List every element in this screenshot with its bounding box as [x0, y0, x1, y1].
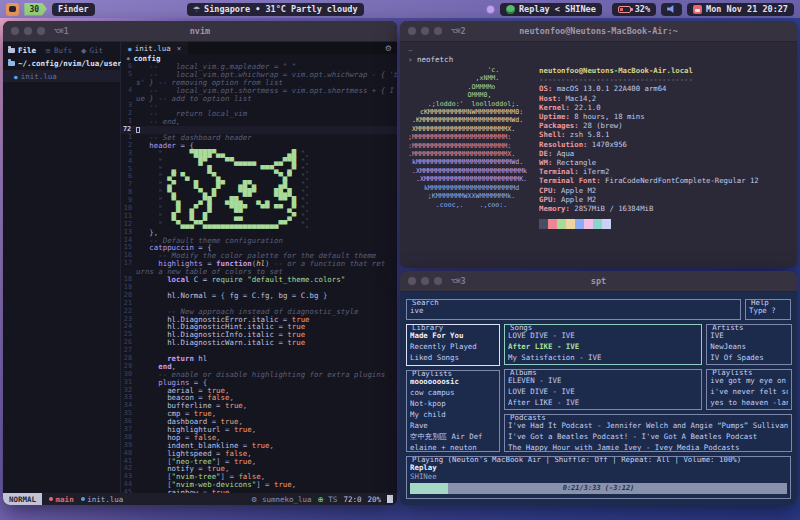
code-line: ue } -- add to option list	[121, 95, 397, 103]
library-box[interactable]: LibraryMade For YouRecently PlayedLiked …	[406, 324, 500, 366]
fold-label: config	[134, 54, 161, 63]
pin-icon[interactable]	[486, 5, 495, 14]
editor-pane[interactable]: ●init.lua× ⚙ ∗config 6 -- local_vim.g.ma…	[121, 42, 397, 493]
list-item[interactable]: i've never felt so alone	[710, 387, 788, 396]
cursor-position: 72:0	[343, 495, 361, 504]
list-item[interactable]: Eve	[710, 364, 788, 365]
search-input[interactable]: ive	[410, 303, 737, 315]
playlists-right-box[interactable]: Playlistsive got my eye on you!!i've nev…	[706, 369, 792, 410]
list-item[interactable]: ELEVEN - IVE	[508, 376, 698, 385]
menubar: 30 Finder ☂Singapore • 31°C Partly cloud…	[0, 0, 800, 18]
palette-swatch	[602, 219, 611, 229]
neofetch-entry: OS: macOS 13.0.1 22A400 arm64	[539, 84, 759, 93]
palette-swatch	[566, 219, 575, 229]
buffer-tab-initlua[interactable]: ●init.lua×	[121, 42, 188, 54]
now-playing-widget[interactable]: Replay < SHINee	[500, 3, 602, 16]
playlists-box[interactable]: Playlistsmooooooosiccow campusNot-kpopMy…	[406, 370, 500, 452]
sidebar-root-path[interactable]: ~/.config/nvim/lua/user	[3, 57, 120, 70]
weather-widget[interactable]: ☂Singapore • 31°C Partly cloudy	[187, 3, 364, 16]
neofetch-entry: DE: Aqua	[539, 149, 759, 158]
list-item[interactable]: mooooooosic	[410, 377, 496, 386]
window-title: nvim	[3, 26, 397, 36]
space-badge[interactable]: 30	[24, 3, 47, 16]
desktop: 30 Finder ☂Singapore • 31°C Partly cloud…	[0, 0, 800, 520]
search-box[interactable]: Searchive	[406, 299, 741, 320]
list-item[interactable]: yes to heaven -lana del rey	[710, 398, 788, 407]
list-item[interactable]: elaine + neuton	[410, 443, 496, 452]
nvim-titlebar[interactable]: ⌥⌘1 nvim	[3, 21, 397, 42]
code-area[interactable]: 6 -- local_vim.g.mapleader = " "5 -- loc…	[121, 63, 397, 493]
list-item[interactable]: My Satisfaction - IVE	[508, 353, 698, 362]
playing-box-title: Playing (Neuton's MacBook Air | Shuffle:…	[410, 456, 743, 463]
artists-box[interactable]: ArtistsIVENewJeansIV Of SpadesEve	[706, 324, 792, 365]
sidebar-tab-bufs[interactable]: ≡Bufs	[45, 46, 72, 55]
git-branch[interactable]: main	[49, 495, 74, 504]
clock-text: Mon Nov 21 20:27	[706, 4, 788, 14]
fold-header[interactable]: ∗config	[121, 54, 397, 63]
folder-icon	[8, 48, 15, 53]
list-item[interactable]: I've never had thoughts that control me	[710, 409, 788, 410]
playlists-right-box-title: Playlists	[710, 369, 754, 376]
list-item[interactable]: I've Had It Podcast - Jennifer Welch and…	[508, 421, 788, 430]
list-item[interactable]: Made For You	[410, 331, 496, 340]
list-item[interactable]: 空中充別區 Air Def	[410, 432, 496, 441]
buffer-tabline: ●init.lua× ⚙	[121, 42, 397, 54]
neofetch-entry: Host: Mac14,2	[539, 94, 759, 103]
palette-swatch	[584, 219, 593, 229]
mode-indicator: NORMAL	[3, 493, 42, 505]
gear-icon[interactable]: ⚙	[385, 44, 397, 53]
list-item[interactable]: The Happy Hour with Jamie Ivey - Ivey Me…	[508, 443, 788, 452]
list-item[interactable]: NewJeans	[710, 342, 788, 351]
path-text: ~/.config/nvim/lua/user	[18, 59, 122, 68]
lsp-indicator: ⚙ sumneko_lua	[251, 495, 311, 504]
list-item[interactable]: IVE	[710, 331, 788, 340]
list-item[interactable]: NewJeans 1st EP 'New Jeans' - NewJeans	[508, 409, 698, 410]
close-icon[interactable]: ×	[177, 44, 182, 53]
code-line: 20 hl.Normal = { fg = C.fg, bg = C.bg }	[121, 292, 397, 300]
sidebar-file-initlua[interactable]: ●init.lua	[3, 70, 120, 82]
list-item[interactable]: My child	[410, 410, 496, 419]
terminal-titlebar[interactable]: ⌥⌘2 neutonfoo@Neutons-MacBook-Air:~	[400, 21, 797, 42]
code-line: 1 -- end,	[121, 118, 397, 126]
speaker-icon	[667, 5, 676, 14]
songs-box-title: Songs	[508, 324, 534, 331]
list-item[interactable]: LOVE DIVE - IVE	[508, 331, 698, 340]
terminal-cursor	[387, 495, 393, 503]
lsp-icon: ⚙	[251, 496, 257, 504]
neofetch-entry: Packages: 28 (brew)	[539, 121, 759, 130]
list-item[interactable]: I've Got a Beatles Podcast! - I've Got A…	[508, 432, 788, 441]
list-item[interactable]: After LIKE - IVE	[508, 342, 698, 351]
command-text: neofetch	[417, 55, 453, 64]
list-item[interactable]: exile (feat. Bon Iver) - Taylor Swift,	[508, 364, 698, 365]
podcasts-box[interactable]: PodcastsI've Had It Podcast - Jennifer W…	[504, 414, 792, 452]
battery-widget[interactable]: 32%	[612, 3, 656, 16]
sidebar-tab-file[interactable]: File	[8, 46, 36, 55]
fold-icon: ∗	[126, 54, 131, 63]
code-line: 12 " ▀▄▄▄▀▀▄▄▄▄▄▄▄▄▄▄▄▄▄▄▄▄▄▀▀ ",	[121, 221, 397, 229]
finder-menu[interactable]: Finder	[52, 3, 95, 16]
app-icon[interactable]	[6, 3, 19, 16]
file-name: init.lua	[21, 72, 57, 81]
albums-box-title: Albums	[508, 369, 539, 376]
list-item[interactable]: Not-kpop	[410, 399, 496, 408]
list-item[interactable]: Rave	[410, 421, 496, 430]
list-item[interactable]: Liked Songs	[410, 353, 496, 362]
songs-box[interactable]: SongsLOVE DIVE - IVEAfter LIKE - IVEMy S…	[504, 324, 702, 365]
window-title: spt	[400, 276, 797, 286]
clock-widget[interactable]: Mon Nov 21 20:27	[687, 3, 794, 16]
progress-bar[interactable]: 0:21/3:33 (-3:12)	[410, 483, 787, 494]
list-item[interactable]: Recently Played	[410, 342, 496, 351]
neofetch-entry: Shell: zsh 5.8.1	[539, 130, 759, 139]
nvim-statusline: NORMAL main init.lua ⚙ sumneko_lua ⊕ TS …	[3, 493, 397, 505]
volume-widget[interactable]	[661, 3, 682, 16]
albums-box[interactable]: AlbumsELEVEN - IVELOVE DIVE - IVEAfter L…	[504, 369, 702, 410]
list-item[interactable]: LOVE DIVE - IVE	[508, 387, 698, 396]
progress-time: 0:21/3:33 (-3:12)	[410, 483, 787, 494]
terminal-content[interactable]: ~ › neofetch 'c. ,xNMM. .OMMMMo OMMM0, .…	[400, 42, 797, 268]
spt-titlebar[interactable]: ⌥⌘3 spt	[400, 271, 797, 292]
sidebar-tab-git[interactable]: ◆Git	[81, 46, 103, 55]
list-item[interactable]: cow campus	[410, 388, 496, 397]
list-item[interactable]: IV Of Spades	[710, 353, 788, 362]
list-item[interactable]: ive got my eye on you!!	[710, 376, 788, 385]
list-item[interactable]: After LIKE - IVE	[508, 398, 698, 407]
